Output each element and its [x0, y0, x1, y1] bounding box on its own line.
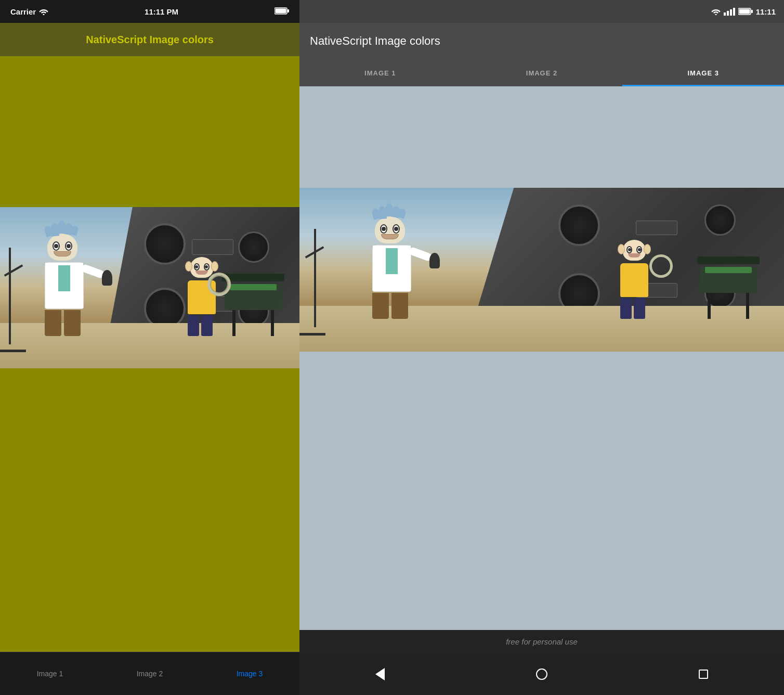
- ios-tab-image2[interactable]: Image 2: [137, 664, 163, 678]
- android-kb-top: [697, 256, 760, 264]
- android-image-top-area: [299, 86, 784, 188]
- android-panel-1: [636, 221, 677, 235]
- android-tab-image3[interactable]: IMAGE 3: [622, 59, 784, 86]
- android-back-button[interactable]: [369, 663, 391, 686]
- android-morty-reye: [636, 246, 642, 253]
- ios-content: [0, 56, 299, 652]
- ios-time: 11:11 PM: [145, 7, 178, 16]
- android-tab3-label: IMAGE 3: [687, 69, 718, 77]
- android-tab-image2[interactable]: IMAGE 2: [461, 59, 623, 86]
- android-tab1-label: IMAGE 1: [364, 69, 396, 77]
- speaker-top: [144, 223, 186, 265]
- android-status-bar: 11:11: [299, 0, 784, 23]
- android-rick-rl: [391, 293, 408, 319]
- android-morty-earr: [644, 244, 651, 254]
- android-recents-button[interactable]: [692, 663, 715, 686]
- android-panel: 11:11 NativeScript Image colors IMAGE 1 …: [299, 0, 784, 695]
- android-rick-hair: [372, 206, 409, 219]
- android-morty-leye: [626, 246, 632, 253]
- android-rick-rpupil: [394, 227, 398, 231]
- ios-tab-image1[interactable]: Image 1: [37, 664, 63, 678]
- android-rick-arm: [408, 247, 433, 262]
- speaker-right-top: [238, 231, 269, 263]
- android-rick-mouth: [381, 234, 399, 239]
- leg-left: [232, 310, 236, 336]
- rick-leg-right: [64, 310, 81, 336]
- rick-coat: [45, 262, 84, 309]
- android-kb-screen: [705, 267, 752, 273]
- wifi-icon: [39, 8, 48, 15]
- ios-tab-bar: Image 1 Image 2 Image 3: [0, 652, 299, 695]
- battery-icon: [275, 7, 289, 15]
- android-header: NativeScript Image colors: [299, 23, 784, 59]
- keyboard-body: [225, 284, 282, 310]
- ios-tab3-label: Image 3: [237, 670, 263, 678]
- microphone: [102, 270, 112, 286]
- keyboard-stand: [222, 274, 284, 336]
- android-tab-bar: IMAGE 1 IMAGE 2 IMAGE 3: [299, 59, 784, 86]
- android-morty-legs: [620, 298, 648, 319]
- tambourine: [207, 273, 231, 296]
- android-morty: [620, 263, 648, 319]
- rick-head: [47, 234, 77, 261]
- android-rick-coat: [372, 245, 411, 292]
- android-tab2-label: IMAGE 2: [526, 69, 557, 77]
- android-nav-bar: [299, 653, 784, 695]
- android-morty-ll: [620, 298, 632, 319]
- morty-ear-left: [185, 261, 192, 272]
- android-rick-legs: [372, 293, 411, 319]
- android-rick: [372, 245, 411, 319]
- android-lapel-l: [373, 246, 386, 277]
- morty-ear-right: [211, 261, 218, 272]
- mic-stand-arm: [4, 264, 23, 276]
- android-rick-lpupil: [382, 227, 386, 231]
- android-battery-icon: [738, 8, 753, 15]
- keyboard-screen: [230, 284, 277, 290]
- android-morty-body: [620, 263, 648, 297]
- android-kb-body: [700, 267, 757, 293]
- android-title: NativeScript Image colors: [310, 34, 440, 48]
- rick-hair: [45, 223, 81, 236]
- svg-rect-6: [751, 10, 753, 13]
- android-tambourine: [649, 254, 673, 278]
- android-home-button[interactable]: [530, 663, 553, 686]
- rick-leg-left: [45, 310, 61, 336]
- watermark-text: free for personal use: [506, 637, 578, 646]
- android-rick-ll: [372, 293, 389, 319]
- android-rick-head: [375, 216, 405, 243]
- ios-image-scene: [0, 207, 299, 368]
- android-status-icons: 11:11: [711, 7, 776, 16]
- mic-stand-base: [0, 350, 26, 352]
- android-speaker-rt: [704, 204, 736, 236]
- leg-right: [271, 310, 274, 336]
- rick-right-pupil: [67, 244, 71, 248]
- morty-legs: [188, 315, 216, 336]
- android-image-scene: [299, 188, 784, 352]
- android-content: [299, 86, 784, 630]
- morty-leg-right: [201, 315, 213, 336]
- morty-head: [190, 257, 213, 278]
- morty-right-pupil: [205, 265, 208, 268]
- morty-right-eye: [204, 263, 210, 271]
- android-image-bottom-area: [299, 352, 784, 630]
- morty-left-eye: [194, 263, 200, 271]
- android-rick-leye: [380, 224, 387, 234]
- ios-tab1-label: Image 1: [37, 670, 63, 678]
- android-kb-legs: [697, 293, 760, 319]
- rick-right-eye: [65, 241, 72, 251]
- rick-legs: [45, 310, 84, 336]
- ios-tab-image3[interactable]: Image 3: [237, 664, 263, 678]
- mic-stand-pole: [9, 248, 11, 344]
- android-keyboard-stand: [697, 256, 760, 319]
- android-morty-head: [623, 240, 646, 261]
- svg-point-4: [715, 14, 716, 16]
- android-morty-earl: [618, 244, 625, 254]
- svg-rect-7: [739, 9, 750, 14]
- android-tab-image1[interactable]: IMAGE 1: [299, 59, 461, 86]
- android-signal-icon: [724, 8, 735, 16]
- ios-tab2-label: Image 2: [137, 670, 163, 678]
- ios-image-bottom-area: [0, 368, 299, 652]
- android-morty-lpupil: [628, 248, 631, 251]
- keyboard-legs: [222, 310, 284, 336]
- ios-title: NativeScript Image colors: [86, 34, 214, 46]
